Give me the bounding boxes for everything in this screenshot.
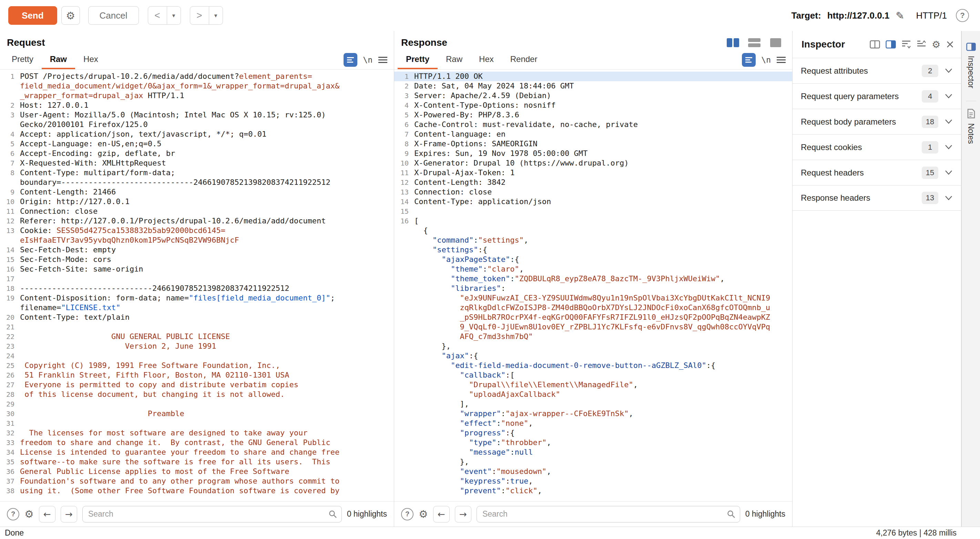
code-line[interactable]: AFQ_c7md3shm7bQ": [394, 332, 792, 341]
inspector-section-request-attributes[interactable]: Request attributes2: [792, 58, 961, 83]
code-line[interactable]: 6Cache-Control: must-revalidate, no-cach…: [394, 120, 792, 129]
inspector-tab-icon[interactable]: [966, 43, 976, 51]
code-line[interactable]: Gecko/20100101 Firefox/125.0: [0, 120, 394, 129]
code-line[interactable]: 38using it. (Some other Free Software Fo…: [0, 486, 394, 496]
code-line[interactable]: "eJx9UNFuwzAI_CE3-YZ9SUUIWdmw8Qyu1n19nSp…: [394, 293, 792, 303]
layout-single-button[interactable]: [767, 36, 784, 49]
code-line[interactable]: 6Accept-Encoding: gzip, deflate, br: [0, 149, 394, 159]
send-settings-button[interactable]: ⚙: [61, 6, 80, 25]
code-line[interactable]: 24: [0, 351, 394, 361]
code-line[interactable]: 23 Version 2, June 1991: [0, 341, 394, 351]
code-line[interactable]: 5X-Powered-By: PHP/8.3.6: [394, 110, 792, 120]
code-line[interactable]: "message":null: [394, 447, 792, 457]
code-line[interactable]: "settings":{: [394, 245, 792, 255]
code-line[interactable]: "Drupal\\file\\Element\\ManagedFile",: [394, 380, 792, 390]
code-line[interactable]: 1POST /Projects/drupal-10.2.6/media/add/…: [0, 71, 394, 81]
code-line[interactable]: 12Content-Length: 3842: [394, 178, 792, 187]
code-line[interactable]: 22 GNU GENERAL PUBLIC LICENSE: [0, 332, 394, 341]
code-line[interactable]: 9Expires: Sun, 19 Nov 1978 05:00:00 GMT: [394, 149, 792, 159]
docked-tab-notes[interactable]: Notes: [966, 123, 975, 144]
expand-all-icon[interactable]: [916, 40, 926, 49]
search-next-button[interactable]: →: [60, 506, 77, 523]
code-line[interactable]: 32 The licenses for most software are de…: [0, 428, 394, 438]
nonprinting-chars-toggle[interactable]: \n: [761, 55, 771, 64]
code-line[interactable]: 4Accept: application/json, text/javascri…: [0, 129, 394, 139]
code-line[interactable]: 11Connection: close: [0, 206, 394, 216]
code-line[interactable]: 7Content-language: en: [394, 129, 792, 139]
code-line[interactable]: 16[: [394, 216, 792, 226]
code-line[interactable]: 5Accept-Language: en-US,en;q=0.5: [0, 139, 394, 149]
code-line[interactable]: "wrapper":"ajax-wrapper--CFoEkE9TnSk",: [394, 409, 792, 419]
inspector-layout-button[interactable]: [870, 40, 880, 49]
code-line[interactable]: 28 of this license document, but changin…: [0, 390, 394, 399]
code-line[interactable]: 31: [0, 419, 394, 428]
inspector-section-request-query-parameters[interactable]: Request query parameters4: [792, 83, 961, 109]
code-line[interactable]: 13Cookie: SESS05d4275ca1538832b5ab92000b…: [0, 226, 394, 235]
inspector-section-request-headers[interactable]: Request headers15: [792, 160, 961, 185]
code-line[interactable]: 34License is intended to guarantee your …: [0, 447, 394, 457]
code-line[interactable]: 14Sec-Fetch-Dest: empty: [0, 245, 394, 255]
tab-pretty[interactable]: Pretty: [398, 50, 438, 69]
code-line[interactable]: "progress":{: [394, 428, 792, 438]
code-line[interactable]: "uploadAjaxCallback": [394, 390, 792, 399]
code-line[interactable]: boundary=-----------------------------24…: [0, 178, 394, 187]
tab-pretty[interactable]: Pretty: [3, 50, 42, 69]
code-line[interactable]: 19Content-Disposition: form-data; name="…: [0, 293, 394, 303]
tab-raw[interactable]: Raw: [42, 50, 75, 69]
code-line[interactable]: 9Content-Length: 21466: [0, 187, 394, 197]
tab-hex[interactable]: Hex: [471, 50, 502, 69]
search-next-button[interactable]: →: [455, 506, 471, 523]
inspector-settings-gear-icon[interactable]: ⚙: [932, 39, 940, 50]
response-viewer[interactable]: 1HTTP/1.1 200 OK2Date: Sat, 04 May 2024 …: [394, 70, 792, 501]
code-line[interactable]: "theme":"claro",: [394, 264, 792, 274]
code-line[interactable]: 8Content-Type: multipart/form-data;: [0, 168, 394, 178]
code-line[interactable]: 7X-Requested-With: XMLHttpRequest: [0, 159, 394, 168]
code-line[interactable]: 13Connection: close: [394, 187, 792, 197]
code-line[interactable]: eIsHfaaETVr3av95yvbqQhzn0kom1P5wPcNSqB2V…: [0, 235, 394, 245]
code-line[interactable]: 10Origin: http://127.0.0.1: [0, 197, 394, 206]
code-line[interactable]: 1HTTP/1.1 200 OK: [394, 71, 792, 81]
code-line[interactable]: "command":"settings",: [394, 235, 792, 245]
forward-dropdown-button[interactable]: ▾: [209, 6, 223, 25]
search-settings-gear-icon[interactable]: ⚙: [419, 508, 428, 520]
docked-tab-inspector[interactable]: Inspector: [966, 56, 975, 89]
notes-tab-icon[interactable]: [967, 109, 975, 118]
code-line[interactable]: 2Host: 127.0.0.1: [0, 100, 394, 110]
search-settings-gear-icon[interactable]: ⚙: [24, 508, 34, 520]
inspector-layout-active-button[interactable]: [886, 40, 896, 49]
code-line[interactable]: },: [394, 457, 792, 467]
code-line[interactable]: _pS9HLbR7ROcrPX4f-eqKGrOQ00FAFYFsR7IFZL9…: [394, 312, 792, 322]
request-search-input[interactable]: [88, 509, 323, 519]
code-line[interactable]: ],: [394, 399, 792, 409]
syntax-highlight-toggle-icon[interactable]: [742, 53, 756, 67]
code-line[interactable]: 2Date: Sat, 04 May 2024 18:44:06 GMT: [394, 81, 792, 91]
code-line[interactable]: 27 Everyone is permitted to copy and dis…: [0, 380, 394, 390]
help-icon[interactable]: ?: [956, 9, 969, 22]
code-line[interactable]: 30 Preamble: [0, 409, 394, 419]
code-line[interactable]: "effect":"none",: [394, 419, 792, 428]
inspector-section-response-headers[interactable]: Response headers13: [792, 185, 961, 211]
code-line[interactable]: "ajax":{: [394, 351, 792, 361]
forward-button[interactable]: >: [190, 6, 209, 25]
tab-hex[interactable]: Hex: [75, 50, 107, 69]
code-line[interactable]: "keypress":true,: [394, 476, 792, 486]
search-prev-button[interactable]: ←: [433, 506, 450, 523]
http-version-selector[interactable]: HTTP/1: [916, 10, 947, 21]
editor-menu-icon[interactable]: [776, 56, 786, 64]
code-line[interactable]: filename="LICENSE.txt": [0, 303, 394, 312]
code-line[interactable]: 25 Copyright (C) 1989, 1991 Free Softwar…: [0, 361, 394, 370]
code-line[interactable]: 3Server: Apache/2.4.59 (Debian): [394, 91, 792, 100]
send-button[interactable]: Send: [8, 6, 57, 25]
search-help-icon[interactable]: ?: [7, 508, 19, 520]
code-line[interactable]: 21: [0, 322, 394, 332]
code-line[interactable]: "libraries":: [394, 284, 792, 293]
nonprinting-chars-toggle[interactable]: \n: [363, 55, 372, 64]
code-line[interactable]: field_media_document/widget/0&ajax_form=…: [0, 81, 394, 91]
tab-render[interactable]: Render: [502, 50, 546, 69]
inspector-section-request-body-parameters[interactable]: Request body parameters18: [792, 109, 961, 134]
code-line[interactable]: {: [394, 226, 792, 235]
code-line[interactable]: 3User-Agent: Mozilla/5.0 (Macintosh; Int…: [0, 110, 394, 120]
code-line[interactable]: 33freedom to share and change it. By con…: [0, 438, 394, 447]
code-line[interactable]: 14Content-Type: application/json: [394, 197, 792, 206]
code-line[interactable]: 26 51 Franklin Street, Fifth Floor, Bost…: [0, 370, 394, 380]
